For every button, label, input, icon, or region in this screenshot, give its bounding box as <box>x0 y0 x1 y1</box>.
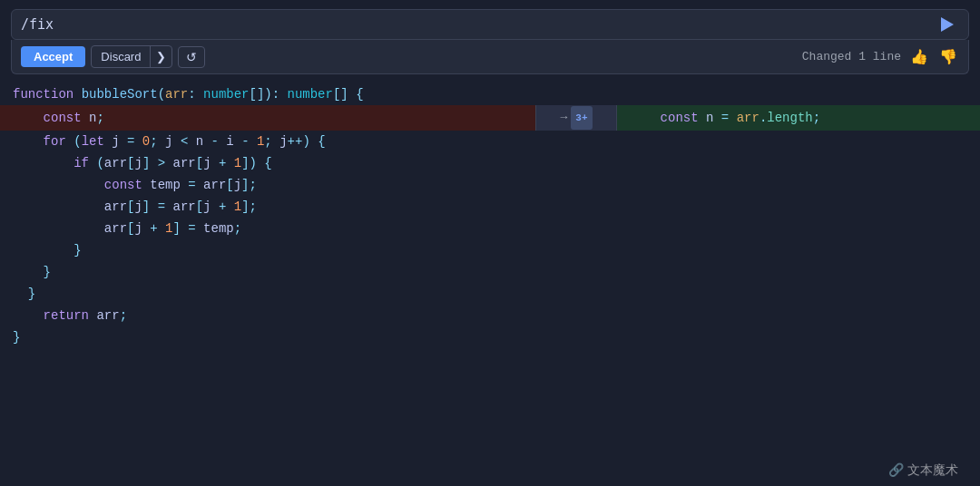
command-input-wrapper: /fix <box>21 16 926 33</box>
diff-arrow: → 3+ <box>535 105 617 131</box>
code-line-arr-j1: arr[j + 1] = temp; <box>0 218 980 239</box>
send-button[interactable] <box>934 15 959 34</box>
watermark: 🔗 文本魔术 <box>888 462 958 479</box>
discard-chevron-button[interactable]: ❯ <box>150 46 172 67</box>
code-line-close-for: } <box>0 261 980 283</box>
discard-group: Discard ❯ <box>91 45 172 68</box>
diff-right: const n = arr.length; <box>617 105 980 131</box>
action-bar: Accept Discard ❯ ↺ Changed 1 line 👍 👎 <box>11 40 969 74</box>
refresh-button[interactable]: ↺ <box>178 46 205 68</box>
send-icon <box>941 17 954 32</box>
code-line-if: if (arr[j] > arr[j + 1]) { <box>0 152 980 174</box>
discard-button[interactable]: Discard <box>92 46 150 67</box>
watermark-text: 文本魔术 <box>907 462 958 477</box>
code-editor: function bubbleSort(arr: number[]): numb… <box>0 83 980 357</box>
changed-info: Changed 1 line 👍 👎 <box>802 46 959 67</box>
code-line-return: return arr; <box>0 305 980 326</box>
kw-function: function <box>13 83 82 105</box>
app-container: /fix Accept Discard ❯ ↺ Changed 1 line 👍… <box>0 9 980 486</box>
code-line-const-temp: const temp = arr[j]; <box>0 174 980 196</box>
code-line-for: for (let j = 0; j < n - i - 1; j++) { <box>0 131 980 152</box>
command-input[interactable] <box>59 16 926 33</box>
diff-badge: 3+ <box>571 106 592 130</box>
accept-button[interactable]: Accept <box>21 46 85 67</box>
watermark-icon: 🔗 <box>888 462 904 477</box>
arrow-symbol: → <box>560 107 567 129</box>
command-prefix: /fix <box>21 16 54 33</box>
code-line-func-sig: function bubbleSort(arr: number[]): numb… <box>0 83 980 105</box>
thumbup-button[interactable]: 👍 <box>908 46 930 67</box>
command-toolbar: /fix <box>11 9 969 40</box>
thumbdown-button[interactable]: 👎 <box>937 46 959 67</box>
fn-name: bubbleSort <box>82 83 158 105</box>
code-line-close-if: } <box>0 239 980 261</box>
changed-text: Changed 1 line <box>802 50 901 63</box>
code-line-close-fn: } <box>0 326 980 348</box>
code-line-arr-assign: arr[j] = arr[j + 1]; <box>0 196 980 218</box>
diff-left: const n; <box>0 105 535 131</box>
code-line-close-outer: } <box>0 283 980 305</box>
diff-row: const n; → 3+ const n = arr.length; <box>0 105 980 131</box>
